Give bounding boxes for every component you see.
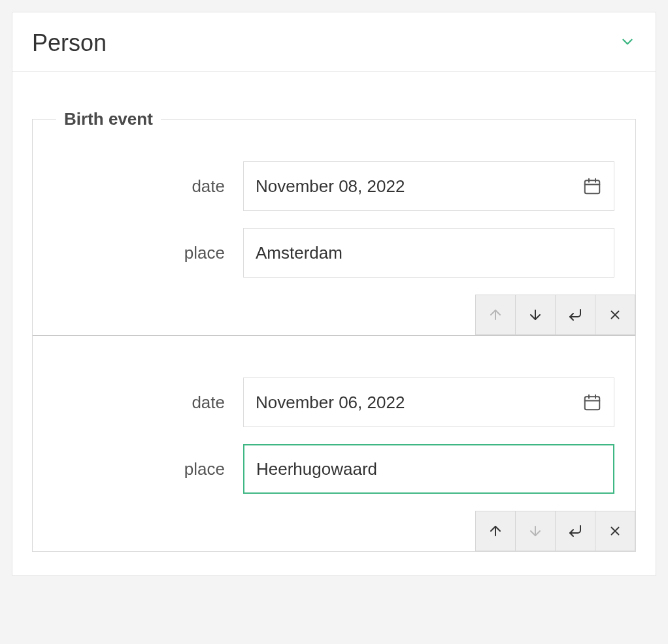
svg-rect-0 <box>585 180 600 193</box>
move-down-button[interactable] <box>515 295 556 335</box>
date-input[interactable]: November 08, 2022 <box>243 161 614 211</box>
birth-event-fieldset: Birth event date November 08, 2022 <box>32 119 636 552</box>
entry-actions <box>33 295 635 335</box>
entry-actions <box>33 511 635 551</box>
birth-event-entry: date November 08, 2022 place <box>33 120 635 335</box>
insert-button[interactable] <box>555 295 595 335</box>
birth-event-entry: date November 06, 2022 place <box>33 335 635 551</box>
place-label: place <box>54 243 243 263</box>
delete-button[interactable] <box>595 511 635 551</box>
svg-rect-8 <box>585 396 600 410</box>
place-input[interactable]: Heerhugowaard <box>243 444 614 494</box>
fieldset-legend: Birth event <box>56 109 161 129</box>
calendar-icon[interactable] <box>582 393 602 412</box>
person-panel: Person Birth event date November 08, 202… <box>12 12 656 576</box>
place-input[interactable]: Amsterdam <box>243 228 614 278</box>
date-value: November 06, 2022 <box>256 393 582 413</box>
date-label: date <box>54 393 243 413</box>
panel-title: Person <box>32 29 107 57</box>
place-value: Heerhugowaard <box>256 459 601 479</box>
move-up-button <box>475 295 516 335</box>
calendar-icon[interactable] <box>582 176 602 196</box>
place-label: place <box>54 459 243 479</box>
date-value: November 08, 2022 <box>256 176 582 197</box>
delete-button[interactable] <box>595 295 635 335</box>
move-up-button[interactable] <box>475 511 516 551</box>
panel-header[interactable]: Person <box>12 12 656 72</box>
insert-button[interactable] <box>555 511 595 551</box>
date-input[interactable]: November 06, 2022 <box>243 378 614 427</box>
move-down-button <box>515 511 556 551</box>
date-label: date <box>54 176 243 197</box>
place-value: Amsterdam <box>256 243 602 263</box>
chevron-down-icon[interactable] <box>619 33 636 53</box>
